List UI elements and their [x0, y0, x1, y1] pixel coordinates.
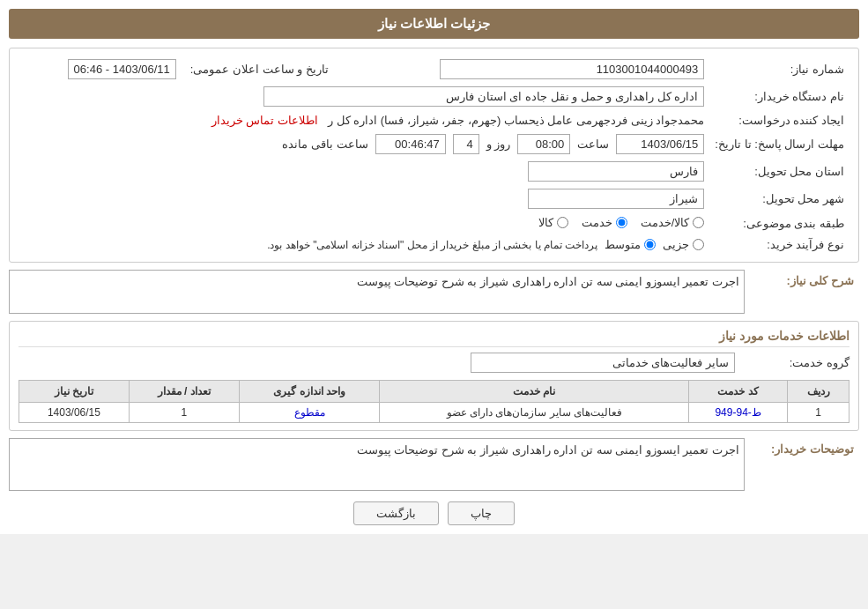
page-header: جزئیات اطلاعات نیاز: [9, 9, 859, 39]
ijad-value: محمدجواد زینی فردجهرمی عامل ذیحساب (جهرم…: [19, 110, 709, 130]
row-shahr: شهر محل تحویل: شیراز: [19, 185, 849, 212]
mohlet-saat-field: 08:00: [517, 134, 570, 154]
cell-nam: فعالیت‌های سایر سازمان‌های دارای عضو: [380, 403, 688, 423]
nooe-row: جزیی متوسط پرداخت تمام یا بخشی از مبلغ خ…: [24, 238, 704, 251]
ijad-label: ایجاد کننده درخواست:: [709, 110, 849, 130]
services-table-header-row: ردیف کد خدمت نام خدمت واحد اندازه گیری ت…: [19, 381, 849, 403]
sharh-value: اجرت تعمیر ایسوزو ایمنی سه تن اداره راهد…: [357, 275, 739, 288]
sharh-field: اجرت تعمیر ایسوزو ایمنی سه تن اداره راهد…: [9, 270, 745, 314]
col-vahed: واحد اندازه گیری: [239, 381, 380, 403]
row-nooe: نوع فرآیند خرید: جزیی متوسط پرداخت تمام …: [19, 234, 849, 255]
cell-radif: 1: [788, 403, 849, 423]
col-tedad: تعداد / مقدار: [129, 381, 239, 403]
mohlet-value: 1403/06/15 ساعت 08:00 روز و 4 00:46:47 س…: [19, 130, 709, 158]
dastgah-label: نام دستگاه خریدار:: [709, 83, 849, 110]
mande-label: ساعت باقی مانده: [282, 137, 367, 151]
ostan-label: استان محل تحویل:: [709, 158, 849, 185]
services-title: اطلاعات خدمات مورد نیاز: [19, 329, 849, 347]
shahr-value: شیراز: [19, 185, 709, 212]
cell-vahed: مقطوع: [239, 403, 380, 423]
tarikh-label: تاریخ و ساعت اعلان عمومی:: [182, 56, 334, 83]
back-button[interactable]: بازگشت: [353, 501, 439, 525]
row-ijad: ایجاد کننده درخواست: محمدجواد زینی فردجه…: [19, 110, 849, 130]
shahr-field: شیراز: [528, 189, 704, 209]
radio-kala-input[interactable]: [557, 217, 568, 228]
services-table-head: ردیف کد خدمت نام خدمت واحد اندازه گیری ت…: [19, 381, 849, 403]
col-nam: نام خدمت: [380, 381, 688, 403]
ijad-text: محمدجواد زینی فردجهرمی عامل ذیحساب (جهرم…: [328, 114, 704, 127]
radio-kala-khedmat-label: کالا/خدمت: [641, 216, 690, 229]
shahr-label: شهر محل تحویل:: [709, 185, 849, 212]
tarikh-value: 1403/06/11 - 06:46: [19, 56, 182, 83]
row-mohlet: مهلت ارسال پاسخ: تا تاریخ: 1403/06/15 سا…: [19, 130, 849, 158]
ostan-field: فارس: [528, 161, 704, 182]
col-tarikh: تاریخ نیاز: [19, 381, 130, 403]
radio-khedmat-label: خدمت: [582, 216, 612, 229]
nooe-label: نوع فرآیند خرید:: [709, 234, 849, 255]
radio-jozi-label: جزیی: [663, 238, 689, 251]
mohlet-row: 1403/06/15 ساعت 08:00 روز و 4 00:46:47 س…: [24, 134, 704, 154]
mohlet-date-field: 1403/06/15: [616, 134, 704, 154]
dastgah-field: اداره کل راهداری و حمل و نقل جاده ای است…: [263, 86, 704, 107]
nooe-text: پرداخت تمام یا بخشی از مبلغ خریدار از مح…: [267, 239, 597, 251]
mohlet-mande-field: 00:46:47: [375, 134, 446, 154]
services-section: اطلاعات خدمات مورد نیاز گروه خدمت: سایر …: [9, 321, 859, 431]
ijad-link[interactable]: اطلاعات تماس خریدار: [211, 114, 318, 127]
shomara-label: شماره نیاز:: [709, 56, 849, 83]
shomara-field: 1103001044000493: [440, 59, 704, 79]
page-title: جزئیات اطلاعات نیاز: [378, 16, 490, 31]
description-section: توضیحات خریدار: اجرت تعمیر ایسوزو ایمنی …: [9, 438, 859, 491]
row-dastgah: نام دستگاه خریدار: اداره کل راهداری و حم…: [19, 83, 849, 110]
tabaqe-radio-group: کالا/خدمت خدمت کالا: [538, 216, 705, 229]
services-table: ردیف کد خدمت نام خدمت واحد اندازه گیری ت…: [19, 380, 849, 423]
button-bar: چاپ بازگشت: [9, 501, 859, 525]
print-button[interactable]: چاپ: [448, 501, 515, 525]
radio-khedmat-input[interactable]: [616, 217, 627, 228]
group-label: گروه خدمت:: [735, 356, 849, 369]
col-radif: ردیف: [788, 381, 849, 403]
tabaqe-value: کالا/خدمت خدمت کالا: [19, 212, 709, 234]
radio-jozi[interactable]: جزیی: [663, 238, 704, 251]
services-table-body: 1 ط-94-949 فعالیت‌های سایر سازمان‌های دا…: [19, 403, 849, 423]
cell-tarikh: 1403/06/15: [19, 403, 130, 423]
description-value: اجرت تعمیر ایسوزو ایمنی سه تن اداره راهد…: [357, 443, 739, 457]
description-label: توضیحات خریدار:: [745, 438, 859, 460]
group-row: گروه خدمت: سایر فعالیت‌های خدماتی: [19, 353, 849, 373]
radio-kala-label: کالا: [538, 216, 553, 229]
row-tabaqe: طبقه بندی موضوعی: کالا/خدمت خدمت: [19, 212, 849, 234]
radio-kala[interactable]: کالا: [538, 216, 568, 229]
radio-mottavasset-input[interactable]: [644, 239, 656, 250]
radio-khedmat[interactable]: خدمت: [582, 216, 627, 229]
group-field: سایر فعالیت‌های خدماتی: [471, 353, 735, 373]
sharh-label: شرح کلی نیاز:: [745, 270, 859, 292]
rooz-label: روز و: [486, 137, 511, 151]
cell-kod: ط-94-949: [688, 403, 787, 423]
sharh-section: شرح کلی نیاز: اجرت تعمیر ایسوزو ایمنی سه…: [9, 270, 859, 314]
col-kod: کد خدمت: [688, 381, 787, 403]
radio-jozi-input[interactable]: [693, 239, 704, 250]
table-row: 1 ط-94-949 فعالیت‌های سایر سازمان‌های دا…: [19, 403, 849, 423]
nooe-value: جزیی متوسط پرداخت تمام یا بخشی از مبلغ خ…: [19, 234, 709, 255]
mohlet-rooz-field: 4: [453, 134, 479, 154]
radio-kala-khedmat-input[interactable]: [693, 217, 704, 228]
radio-mottavasset[interactable]: متوسط: [605, 238, 656, 251]
ostan-value: فارس: [19, 158, 709, 185]
saat-label: ساعت: [577, 137, 609, 151]
radio-mottavasset-label: متوسط: [605, 238, 641, 251]
tarikh-field: 1403/06/11 - 06:46: [68, 59, 176, 79]
radio-kala-khedmat[interactable]: کالا/خدمت: [641, 216, 705, 229]
description-field: اجرت تعمیر ایسوزو ایمنی سه تن اداره راهد…: [9, 438, 745, 491]
main-info-section: شماره نیاز: 1103001044000493 تاریخ و ساع…: [9, 48, 859, 263]
info-table: شماره نیاز: 1103001044000493 تاریخ و ساع…: [19, 56, 849, 255]
row-ostan: استان محل تحویل: فارس: [19, 158, 849, 185]
tabaqe-label: طبقه بندی موضوعی:: [709, 212, 849, 234]
dastgah-value: اداره کل راهداری و حمل و نقل جاده ای است…: [19, 83, 709, 110]
row-shomara: شماره نیاز: 1103001044000493 تاریخ و ساع…: [19, 56, 849, 83]
shomara-value: 1103001044000493: [334, 56, 709, 83]
cell-tedad: 1: [129, 403, 239, 423]
mohlet-label: مهلت ارسال پاسخ: تا تاریخ:: [709, 130, 849, 158]
